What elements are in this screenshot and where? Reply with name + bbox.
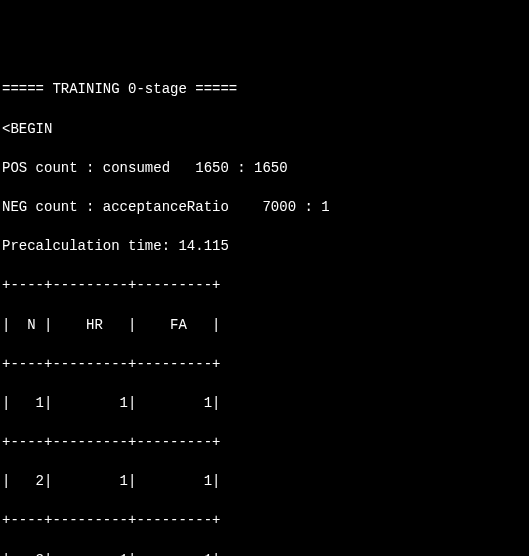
table-row: | 3| 1| 1| bbox=[2, 551, 527, 556]
pos-count-line: POS count : consumed 1650 : 1650 bbox=[2, 159, 527, 179]
table-header-row: | N | HR | FA | bbox=[2, 316, 527, 336]
table-row: | 1| 1| 1| bbox=[2, 394, 527, 414]
precalc-time-line: Precalculation time: 14.115 bbox=[2, 237, 527, 257]
table-border: +----+---------+---------+ bbox=[2, 276, 527, 296]
table-row: | 2| 1| 1| bbox=[2, 472, 527, 492]
neg-count-line: NEG count : acceptanceRatio 7000 : 1 bbox=[2, 198, 527, 218]
begin-marker: <BEGIN bbox=[2, 120, 527, 140]
table-border: +----+---------+---------+ bbox=[2, 355, 527, 375]
stage-title: ===== TRAINING 0-stage ===== bbox=[2, 80, 527, 100]
table-border: +----+---------+---------+ bbox=[2, 511, 527, 531]
table-border: +----+---------+---------+ bbox=[2, 433, 527, 453]
